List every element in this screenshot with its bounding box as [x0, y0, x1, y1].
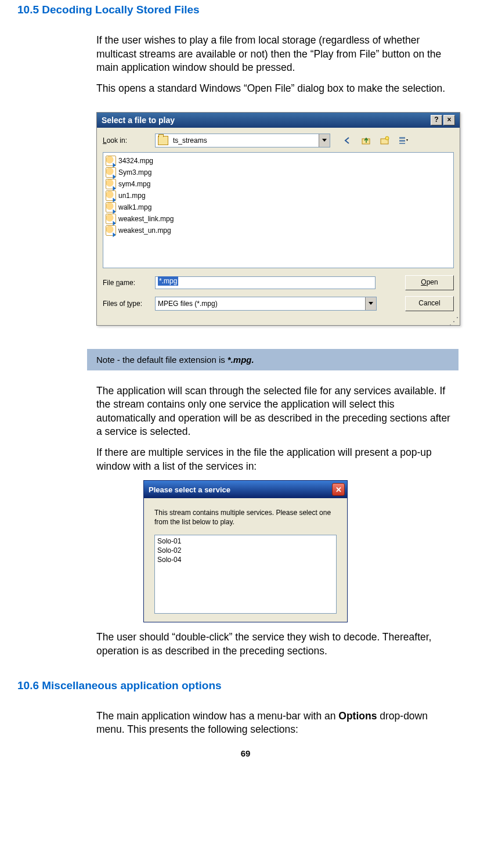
chevron-down-icon[interactable]	[365, 297, 376, 310]
paragraph-text: The main application window has a menu-b…	[96, 710, 338, 722]
file-name: walk1.mpg	[118, 203, 151, 211]
look-in-value: ts_streams	[171, 136, 319, 145]
list-item[interactable]: weakest_link.mpg	[104, 213, 452, 225]
dialog-titlebar[interactable]: Select a file to play ? ×	[97, 113, 460, 128]
open-button[interactable]: Open	[405, 275, 454, 290]
paragraph: If there are multiple services in the fi…	[96, 446, 450, 473]
look-in-combo[interactable]: ts_streams	[155, 134, 330, 147]
list-item[interactable]: Sym3.mpg	[104, 167, 452, 178]
list-item[interactable]: un1.mpg	[104, 190, 452, 201]
page-number: 69	[17, 748, 474, 758]
file-name: Sym3.mpg	[118, 168, 151, 177]
file-name: 34324.mpg	[118, 157, 153, 165]
file-type-combo[interactable]: MPEG files (*.mpg)	[155, 297, 377, 311]
file-name-label: File name:	[103, 279, 150, 287]
folder-icon	[158, 136, 168, 145]
file-name-value: *.mpg	[158, 276, 178, 286]
dialog-message: This stream contains multiple services. …	[154, 509, 337, 527]
paragraph: This opens a standard Windows “Open File…	[96, 82, 450, 96]
media-file-icon	[106, 214, 116, 224]
dialog-titlebar[interactable]: Please select a service ✕	[144, 481, 347, 498]
file-name: sym4.mpg	[118, 180, 150, 188]
close-button[interactable]: ✕	[332, 483, 345, 496]
new-folder-button[interactable]	[378, 134, 392, 147]
view-menu-button[interactable]	[396, 134, 410, 147]
media-file-icon	[106, 179, 116, 189]
chevron-down-icon[interactable]	[319, 134, 330, 147]
paragraph: The application will scan through the se…	[96, 384, 450, 440]
help-button[interactable]: ?	[431, 115, 442, 125]
list-item[interactable]: weakest_un.mpg	[104, 225, 452, 236]
media-file-icon	[106, 225, 116, 236]
paragraph: The user should “double-click” the servi…	[96, 631, 450, 658]
file-type-value: MPEG files (*.mpg)	[156, 300, 365, 308]
options-keyword: Options	[338, 710, 377, 722]
svg-rect-3	[399, 137, 405, 139]
paragraph: If the user wishes to play a file from l…	[96, 34, 450, 75]
media-file-icon	[106, 190, 116, 201]
dialog-title: Select a file to play	[102, 116, 175, 125]
media-file-icon	[106, 202, 116, 213]
list-item[interactable]: sym4.mpg	[104, 178, 452, 190]
select-service-dialog: Please select a service ✕ This stream co…	[143, 480, 348, 622]
paragraph: The main application window has a menu-b…	[96, 709, 450, 737]
section-10-5-heading: 10.5 Decoding Locally Stored Files	[17, 3, 474, 16]
note-text: Note - the default file extension is	[96, 355, 225, 365]
file-name: un1.mpg	[118, 192, 146, 200]
note-extension: *.mpg.	[228, 355, 254, 365]
media-file-icon	[106, 167, 116, 178]
list-item[interactable]: Solo-01	[157, 536, 334, 546]
file-name: weakest_un.mpg	[118, 226, 171, 235]
note-box: Note - the default file extension is *.m…	[87, 349, 458, 370]
resize-grip-icon[interactable]: ⋰	[97, 318, 460, 325]
file-name: weakest_link.mpg	[118, 215, 174, 223]
dialog-title: Please select a service	[149, 485, 230, 494]
close-button[interactable]: ×	[443, 115, 455, 125]
service-list[interactable]: Solo-01 Solo-02 Solo-04	[154, 535, 337, 614]
back-button[interactable]	[341, 134, 355, 147]
file-type-label: Files of type:	[103, 300, 150, 308]
media-file-icon	[106, 156, 116, 166]
svg-point-2	[385, 136, 389, 140]
file-list[interactable]: 34324.mpg Sym3.mpg sym4.mpg un1.mpg walk…	[103, 152, 454, 268]
list-item[interactable]: Solo-04	[157, 555, 334, 564]
list-item[interactable]: walk1.mpg	[104, 201, 452, 213]
file-name-input[interactable]: *.mpg	[155, 276, 376, 289]
up-one-level-button[interactable]	[359, 134, 373, 147]
open-file-dialog: Select a file to play ? × Look in: ts_st…	[96, 112, 460, 326]
cancel-button[interactable]: Cancel	[405, 296, 454, 311]
section-10-6-heading: 10.6 Miscellaneous application options	[17, 679, 474, 692]
list-item[interactable]: Solo-02	[157, 546, 334, 555]
look-in-label: Look in:	[103, 136, 150, 145]
svg-rect-5	[399, 143, 405, 144]
svg-rect-4	[399, 140, 405, 142]
list-item[interactable]: 34324.mpg	[104, 155, 452, 167]
